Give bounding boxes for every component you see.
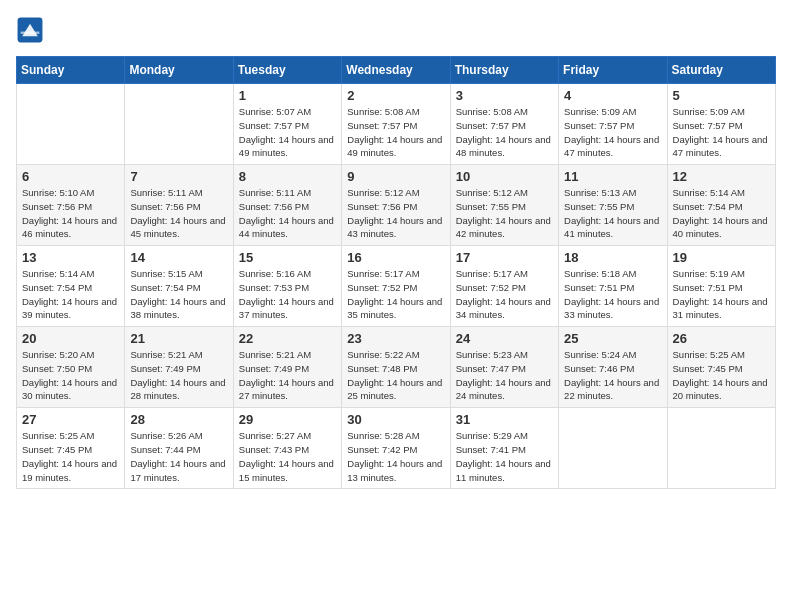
weekday-header-saturday: Saturday <box>667 57 775 84</box>
day-cell-15: 15Sunrise: 5:16 AMSunset: 7:53 PMDayligh… <box>233 246 341 327</box>
day-info: Sunrise: 5:14 AMSunset: 7:54 PMDaylight:… <box>22 267 119 322</box>
day-number: 2 <box>347 88 444 103</box>
week-row-1: 1Sunrise: 5:07 AMSunset: 7:57 PMDaylight… <box>17 84 776 165</box>
empty-cell <box>17 84 125 165</box>
day-cell-8: 8Sunrise: 5:11 AMSunset: 7:56 PMDaylight… <box>233 165 341 246</box>
day-info: Sunrise: 5:08 AMSunset: 7:57 PMDaylight:… <box>347 105 444 160</box>
day-cell-20: 20Sunrise: 5:20 AMSunset: 7:50 PMDayligh… <box>17 327 125 408</box>
week-row-3: 13Sunrise: 5:14 AMSunset: 7:54 PMDayligh… <box>17 246 776 327</box>
day-info: Sunrise: 5:07 AMSunset: 7:57 PMDaylight:… <box>239 105 336 160</box>
day-info: Sunrise: 5:12 AMSunset: 7:56 PMDaylight:… <box>347 186 444 241</box>
day-cell-22: 22Sunrise: 5:21 AMSunset: 7:49 PMDayligh… <box>233 327 341 408</box>
day-number: 18 <box>564 250 661 265</box>
day-info: Sunrise: 5:17 AMSunset: 7:52 PMDaylight:… <box>456 267 553 322</box>
day-number: 11 <box>564 169 661 184</box>
week-row-4: 20Sunrise: 5:20 AMSunset: 7:50 PMDayligh… <box>17 327 776 408</box>
day-number: 23 <box>347 331 444 346</box>
day-info: Sunrise: 5:21 AMSunset: 7:49 PMDaylight:… <box>130 348 227 403</box>
day-cell-10: 10Sunrise: 5:12 AMSunset: 7:55 PMDayligh… <box>450 165 558 246</box>
day-cell-26: 26Sunrise: 5:25 AMSunset: 7:45 PMDayligh… <box>667 327 775 408</box>
weekday-header-monday: Monday <box>125 57 233 84</box>
page-header <box>16 16 776 44</box>
day-cell-27: 27Sunrise: 5:25 AMSunset: 7:45 PMDayligh… <box>17 408 125 489</box>
day-number: 21 <box>130 331 227 346</box>
logo <box>16 16 48 44</box>
day-number: 10 <box>456 169 553 184</box>
weekday-header-wednesday: Wednesday <box>342 57 450 84</box>
day-info: Sunrise: 5:12 AMSunset: 7:55 PMDaylight:… <box>456 186 553 241</box>
day-info: Sunrise: 5:18 AMSunset: 7:51 PMDaylight:… <box>564 267 661 322</box>
day-info: Sunrise: 5:22 AMSunset: 7:48 PMDaylight:… <box>347 348 444 403</box>
day-cell-23: 23Sunrise: 5:22 AMSunset: 7:48 PMDayligh… <box>342 327 450 408</box>
weekday-header-row: SundayMondayTuesdayWednesdayThursdayFrid… <box>17 57 776 84</box>
day-info: Sunrise: 5:23 AMSunset: 7:47 PMDaylight:… <box>456 348 553 403</box>
day-number: 8 <box>239 169 336 184</box>
week-row-2: 6Sunrise: 5:10 AMSunset: 7:56 PMDaylight… <box>17 165 776 246</box>
day-cell-2: 2Sunrise: 5:08 AMSunset: 7:57 PMDaylight… <box>342 84 450 165</box>
day-number: 15 <box>239 250 336 265</box>
day-number: 26 <box>673 331 770 346</box>
day-cell-14: 14Sunrise: 5:15 AMSunset: 7:54 PMDayligh… <box>125 246 233 327</box>
day-cell-13: 13Sunrise: 5:14 AMSunset: 7:54 PMDayligh… <box>17 246 125 327</box>
day-number: 29 <box>239 412 336 427</box>
day-info: Sunrise: 5:27 AMSunset: 7:43 PMDaylight:… <box>239 429 336 484</box>
weekday-header-friday: Friday <box>559 57 667 84</box>
day-cell-11: 11Sunrise: 5:13 AMSunset: 7:55 PMDayligh… <box>559 165 667 246</box>
day-info: Sunrise: 5:15 AMSunset: 7:54 PMDaylight:… <box>130 267 227 322</box>
day-info: Sunrise: 5:11 AMSunset: 7:56 PMDaylight:… <box>130 186 227 241</box>
day-number: 9 <box>347 169 444 184</box>
day-cell-16: 16Sunrise: 5:17 AMSunset: 7:52 PMDayligh… <box>342 246 450 327</box>
week-row-5: 27Sunrise: 5:25 AMSunset: 7:45 PMDayligh… <box>17 408 776 489</box>
empty-cell <box>667 408 775 489</box>
day-cell-5: 5Sunrise: 5:09 AMSunset: 7:57 PMDaylight… <box>667 84 775 165</box>
day-number: 22 <box>239 331 336 346</box>
day-cell-31: 31Sunrise: 5:29 AMSunset: 7:41 PMDayligh… <box>450 408 558 489</box>
day-cell-9: 9Sunrise: 5:12 AMSunset: 7:56 PMDaylight… <box>342 165 450 246</box>
day-info: Sunrise: 5:16 AMSunset: 7:53 PMDaylight:… <box>239 267 336 322</box>
weekday-header-tuesday: Tuesday <box>233 57 341 84</box>
day-cell-29: 29Sunrise: 5:27 AMSunset: 7:43 PMDayligh… <box>233 408 341 489</box>
day-info: Sunrise: 5:20 AMSunset: 7:50 PMDaylight:… <box>22 348 119 403</box>
day-number: 17 <box>456 250 553 265</box>
day-number: 16 <box>347 250 444 265</box>
day-cell-3: 3Sunrise: 5:08 AMSunset: 7:57 PMDaylight… <box>450 84 558 165</box>
calendar: SundayMondayTuesdayWednesdayThursdayFrid… <box>16 56 776 489</box>
day-number: 3 <box>456 88 553 103</box>
day-cell-4: 4Sunrise: 5:09 AMSunset: 7:57 PMDaylight… <box>559 84 667 165</box>
day-cell-6: 6Sunrise: 5:10 AMSunset: 7:56 PMDaylight… <box>17 165 125 246</box>
day-number: 25 <box>564 331 661 346</box>
day-number: 19 <box>673 250 770 265</box>
day-cell-25: 25Sunrise: 5:24 AMSunset: 7:46 PMDayligh… <box>559 327 667 408</box>
day-info: Sunrise: 5:09 AMSunset: 7:57 PMDaylight:… <box>673 105 770 160</box>
day-number: 24 <box>456 331 553 346</box>
day-number: 5 <box>673 88 770 103</box>
day-info: Sunrise: 5:28 AMSunset: 7:42 PMDaylight:… <box>347 429 444 484</box>
weekday-header-thursday: Thursday <box>450 57 558 84</box>
day-info: Sunrise: 5:13 AMSunset: 7:55 PMDaylight:… <box>564 186 661 241</box>
day-number: 6 <box>22 169 119 184</box>
empty-cell <box>125 84 233 165</box>
day-cell-21: 21Sunrise: 5:21 AMSunset: 7:49 PMDayligh… <box>125 327 233 408</box>
weekday-header-sunday: Sunday <box>17 57 125 84</box>
logo-icon <box>16 16 44 44</box>
day-cell-30: 30Sunrise: 5:28 AMSunset: 7:42 PMDayligh… <box>342 408 450 489</box>
day-cell-24: 24Sunrise: 5:23 AMSunset: 7:47 PMDayligh… <box>450 327 558 408</box>
day-number: 14 <box>130 250 227 265</box>
day-info: Sunrise: 5:08 AMSunset: 7:57 PMDaylight:… <box>456 105 553 160</box>
day-number: 7 <box>130 169 227 184</box>
day-info: Sunrise: 5:10 AMSunset: 7:56 PMDaylight:… <box>22 186 119 241</box>
day-number: 4 <box>564 88 661 103</box>
day-number: 1 <box>239 88 336 103</box>
day-info: Sunrise: 5:24 AMSunset: 7:46 PMDaylight:… <box>564 348 661 403</box>
day-number: 27 <box>22 412 119 427</box>
day-info: Sunrise: 5:25 AMSunset: 7:45 PMDaylight:… <box>22 429 119 484</box>
day-number: 13 <box>22 250 119 265</box>
day-info: Sunrise: 5:14 AMSunset: 7:54 PMDaylight:… <box>673 186 770 241</box>
day-info: Sunrise: 5:11 AMSunset: 7:56 PMDaylight:… <box>239 186 336 241</box>
day-number: 28 <box>130 412 227 427</box>
day-cell-19: 19Sunrise: 5:19 AMSunset: 7:51 PMDayligh… <box>667 246 775 327</box>
day-cell-12: 12Sunrise: 5:14 AMSunset: 7:54 PMDayligh… <box>667 165 775 246</box>
day-cell-7: 7Sunrise: 5:11 AMSunset: 7:56 PMDaylight… <box>125 165 233 246</box>
day-info: Sunrise: 5:25 AMSunset: 7:45 PMDaylight:… <box>673 348 770 403</box>
day-number: 12 <box>673 169 770 184</box>
